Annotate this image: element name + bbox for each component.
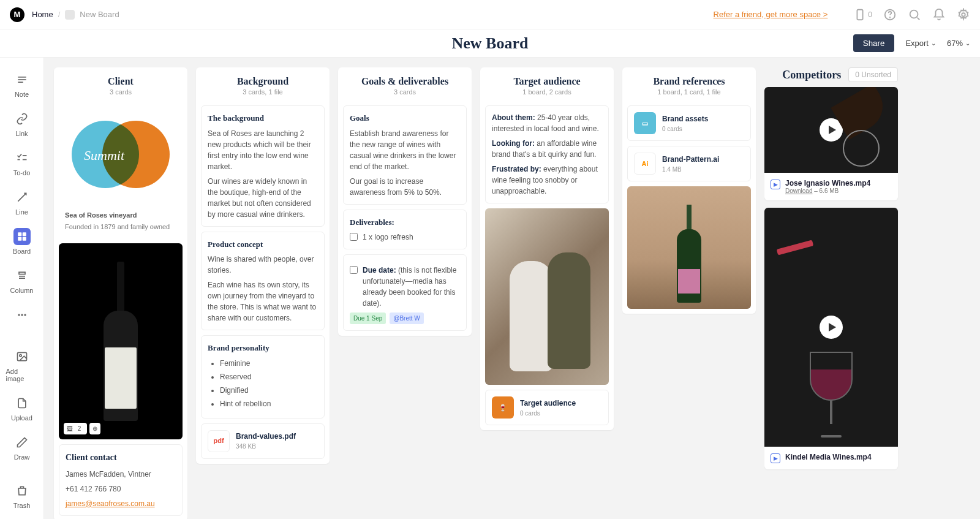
tool-more[interactable] bbox=[6, 303, 38, 330]
card-logo[interactable]: Summit Sea of Roses vineyardFounded in 1… bbox=[59, 105, 183, 238]
column-title: Background bbox=[202, 76, 323, 87]
breadcrumb-current: New Board bbox=[80, 10, 119, 19]
column-meta: 1 board, 2 cards bbox=[486, 88, 608, 96]
top-bar: M Home / New Board Refer a friend, get m… bbox=[0, 0, 980, 29]
column-goals[interactable]: Goals & deliverables3 cards Goals Establ… bbox=[338, 67, 472, 336]
tool-draw[interactable]: Draw bbox=[6, 430, 38, 464]
share-button[interactable]: Share bbox=[853, 34, 895, 52]
tool-add-image[interactable]: Add image bbox=[6, 344, 38, 386]
card-couple-image[interactable] bbox=[485, 208, 609, 385]
video-card-2[interactable]: ▶Kindel Media Wines.mp4 bbox=[764, 208, 898, 469]
column-meta: 1 board, 1 card, 1 file bbox=[628, 88, 750, 96]
breadcrumb-home[interactable]: Home bbox=[32, 10, 53, 19]
todo-icon bbox=[13, 150, 31, 167]
upload-icon bbox=[13, 395, 31, 412]
tool-trash[interactable]: Trash bbox=[6, 479, 38, 513]
bell-icon[interactable] bbox=[932, 8, 946, 21]
card-brand-assets[interactable]: ▭ Brand assets0 cards bbox=[627, 105, 751, 141]
export-button[interactable]: Export ⌄ bbox=[905, 39, 936, 48]
video-file-icon: ▶ bbox=[771, 180, 780, 189]
card-the-background[interactable]: The background Sea of Roses are launchin… bbox=[201, 105, 325, 227]
svg-point-2 bbox=[890, 17, 891, 18]
chevron-down-icon: ⌄ bbox=[965, 40, 970, 47]
pencil-icon bbox=[13, 434, 31, 451]
play-icon[interactable] bbox=[820, 316, 843, 339]
svg-rect-14 bbox=[22, 237, 26, 241]
ai-icon: Ai bbox=[634, 153, 656, 175]
column-audience[interactable]: Target audience1 board, 2 cards About th… bbox=[480, 67, 614, 430]
tag-user[interactable]: @Brett W bbox=[390, 313, 424, 324]
contact-phone: +61 412 766 780 bbox=[66, 483, 176, 494]
column-background[interactable]: Background3 cards, 1 file The background… bbox=[196, 67, 330, 464]
image-badge: ⊕ bbox=[89, 423, 100, 434]
card-goals[interactable]: Goals Establish brand awareness for the … bbox=[343, 105, 467, 205]
card-brand-personality[interactable]: Brand personality Feminine Reserved Dign… bbox=[201, 335, 325, 419]
logo-sub: Founded in 1879 and family owned bbox=[65, 222, 176, 232]
column-meta: 3 cards bbox=[60, 88, 181, 96]
column-icon bbox=[13, 267, 31, 284]
card-wine-shelf-image[interactable] bbox=[627, 186, 751, 309]
deliverable-checkbox[interactable] bbox=[350, 233, 358, 241]
contact-email[interactable]: james@seaofroses.com.au bbox=[66, 499, 155, 508]
mobile-icon[interactable]: 0 bbox=[853, 8, 872, 21]
chevron-down-icon: ⌄ bbox=[931, 40, 936, 47]
zoom-control[interactable]: 67% ⌄ bbox=[947, 39, 970, 48]
app-logo[interactable]: M bbox=[10, 7, 24, 22]
card-deliverables[interactable]: Deliverables: 1 x logo refresh bbox=[343, 210, 467, 250]
download-link[interactable]: Download bbox=[785, 188, 812, 194]
help-icon[interactable] bbox=[883, 8, 897, 21]
card-audience-info[interactable]: About them: 25-40 year olds, interested … bbox=[485, 105, 609, 203]
card-contact[interactable]: Client contact James McFadden, Vintner +… bbox=[59, 444, 183, 516]
column-title: Target audience bbox=[486, 76, 608, 87]
search-icon[interactable] bbox=[908, 8, 921, 21]
title-bar: New Board Share Export ⌄ 67% ⌄ bbox=[0, 29, 980, 58]
tool-upload[interactable]: Upload bbox=[6, 391, 38, 425]
card-file-pdf[interactable]: pdf Brand-values.pdf348 KB bbox=[201, 423, 325, 459]
note-icon bbox=[13, 71, 31, 88]
card-product-concept[interactable]: Product concept Wine is shared with peop… bbox=[201, 232, 325, 331]
column-competitors[interactable]: Competitors 0 Unsorted ▶Jose Ignasio Win… bbox=[764, 67, 898, 477]
column-meta: 3 cards bbox=[344, 88, 466, 96]
board-canvas[interactable]: Client3 cards Summit Sea of Roses vineya… bbox=[44, 58, 980, 519]
logo-name: Sea of Roses vineyard bbox=[65, 211, 137, 219]
tool-note[interactable]: Note bbox=[6, 67, 38, 102]
page-title[interactable]: New Board bbox=[452, 34, 529, 53]
svg-point-19 bbox=[21, 314, 23, 316]
card-bottle-image[interactable]: 🖼 2⊕ bbox=[59, 243, 183, 439]
column-title: Client bbox=[60, 76, 181, 87]
unsorted-button[interactable]: 0 Unsorted bbox=[848, 67, 898, 82]
video-thumb[interactable] bbox=[764, 208, 898, 447]
tool-column[interactable]: Column bbox=[6, 263, 38, 298]
tag-due[interactable]: Due 1 Sep bbox=[350, 313, 386, 324]
tool-todo[interactable]: To-do bbox=[6, 146, 38, 180]
column-title: Goals & deliverables bbox=[344, 76, 466, 87]
image-icon bbox=[13, 348, 31, 365]
column-meta: 3 cards, 1 file bbox=[202, 88, 323, 96]
svg-rect-11 bbox=[18, 232, 21, 236]
svg-point-18 bbox=[18, 314, 20, 316]
column-client[interactable]: Client3 cards Summit Sea of Roses vineya… bbox=[54, 67, 187, 519]
svg-point-22 bbox=[19, 355, 21, 357]
breadcrumb: Home / New Board bbox=[32, 10, 119, 20]
video-card-1[interactable]: ▶Jose Ignasio Wines.mp4Download – 6.6 MB bbox=[764, 87, 898, 200]
column-title: Brand references bbox=[628, 76, 750, 87]
venn-text: Summit bbox=[84, 145, 124, 165]
column-brand[interactable]: Brand references1 board, 1 card, 1 file … bbox=[622, 67, 756, 314]
video-thumb[interactable] bbox=[764, 87, 898, 173]
gear-icon[interactable] bbox=[957, 8, 970, 21]
column-title: Competitors bbox=[782, 69, 841, 81]
card-due-date[interactable]: Due date: (this is not flexible unfortun… bbox=[343, 254, 467, 331]
svg-rect-12 bbox=[22, 232, 26, 236]
breadcrumb-sep: / bbox=[58, 10, 61, 19]
tool-board[interactable]: Board bbox=[6, 224, 38, 259]
svg-rect-13 bbox=[18, 237, 21, 241]
image-badge: 🖼 2 bbox=[64, 423, 87, 434]
tool-line[interactable]: Line bbox=[6, 185, 38, 219]
due-checkbox[interactable] bbox=[350, 266, 358, 274]
tool-link[interactable]: Link bbox=[6, 107, 38, 141]
card-file-ai[interactable]: Ai Brand-Pattern.ai1.4 MB bbox=[627, 146, 751, 181]
board-icon bbox=[13, 228, 31, 245]
card-audience-folder[interactable]: 🍷 Target audience0 cards bbox=[485, 390, 609, 425]
refer-link[interactable]: Refer a friend, get more space > bbox=[714, 10, 828, 19]
svg-point-20 bbox=[24, 314, 26, 316]
